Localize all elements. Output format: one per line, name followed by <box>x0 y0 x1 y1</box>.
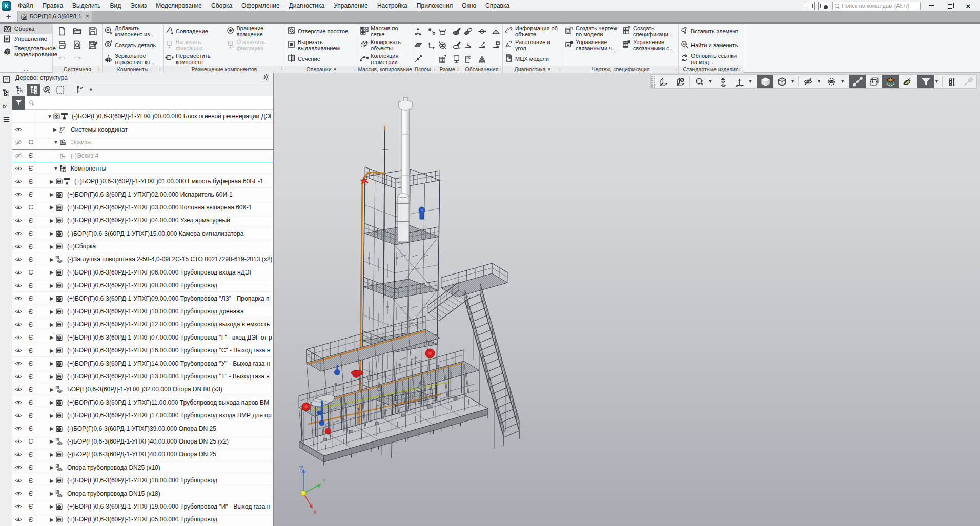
expand-arrow-icon[interactable]: ▶ <box>50 253 54 265</box>
minimize-button[interactable] <box>924 1 939 11</box>
tree-row[interactable]: Є▶(+)БОР(Г)0,6-3(60РД-1-УПХГ)13.00.000 Т… <box>12 370 273 383</box>
visibility-eye-icon[interactable] <box>13 150 24 161</box>
wireframe-view-button[interactable] <box>773 75 790 88</box>
tree-row[interactable]: Є▶(+)БОР(Г)0,6-3(60РД-1-УПХГ)03.00.000 К… <box>12 201 273 214</box>
menu-14[interactable]: Справка <box>481 0 514 11</box>
visibility-eye-icon[interactable] <box>13 474 24 487</box>
visibility-eye-icon[interactable] <box>13 370 24 383</box>
ribbon-button[interactable]: Зеркальное отражение ко... <box>103 52 163 66</box>
mark-e-button[interactable]: E <box>463 38 473 52</box>
expand-arrow-icon[interactable]: ▶ <box>50 448 54 460</box>
gear-icon[interactable] <box>262 73 270 82</box>
ribbon-button[interactable]: Управление связанными с... <box>621 38 678 52</box>
mark-angle-button[interactable] <box>477 38 487 52</box>
menu-9[interactable]: Диагностика <box>284 0 330 11</box>
ribbon-button[interactable]: ?Расстояние и угол <box>503 38 563 52</box>
expand-arrow-icon[interactable]: ▶ <box>50 422 54 434</box>
dropdown-arrow-icon[interactable]: ▼ <box>707 79 714 84</box>
triad-view-button[interactable] <box>731 75 747 88</box>
visibility-eye-icon[interactable] <box>13 448 24 460</box>
expand-arrow-icon[interactable]: ▶ <box>50 396 54 409</box>
sketch-plane-button[interactable] <box>656 75 672 88</box>
new-tab-button[interactable]: + <box>0 11 17 22</box>
point-pair-button[interactable] <box>427 25 437 38</box>
dropdown-arrow-icon[interactable]: ▼ <box>934 79 941 84</box>
visibility-eye-icon[interactable] <box>13 461 24 474</box>
expand-arrow-icon[interactable]: ▶ <box>50 279 54 291</box>
tree-ordered-button[interactable]: 11112 <box>13 84 27 96</box>
ribbon-button[interactable]: Отключить фиксацию <box>224 38 285 52</box>
menu-11[interactable]: Настройка <box>373 0 412 11</box>
no-view-button[interactable] <box>438 38 448 52</box>
dropdown-arrow-icon[interactable]: ▼ <box>790 79 797 84</box>
filter-funnel-button[interactable] <box>12 96 25 110</box>
ribbon-button[interactable]: Вырезать выдавливанием <box>285 38 358 52</box>
expand-arrow-icon[interactable]: ▶ <box>50 318 54 330</box>
menu-12[interactable]: Приложения <box>412 0 457 11</box>
dimension-rect-button[interactable] <box>438 25 448 38</box>
ribbon-button[interactable]: Вставить элемент <box>679 24 743 38</box>
tree-row[interactable]: Є▶(+)БОР(Г)0,6-3(60РД-1-УПХГ)08.00.000 Т… <box>12 279 273 292</box>
tree-row[interactable]: Є▶(+)БОР(Г)0,6-3(60РД-1-УПХГ)11.00.000 Т… <box>12 396 273 409</box>
local-cs-button[interactable] <box>427 38 437 52</box>
tree-row[interactable]: Є▶(+)БОР(Г)0,6-3(60РД-1-УПХГ)10.00.000 Т… <box>12 305 273 318</box>
tree-filter-list-button[interactable] <box>73 84 87 96</box>
sketch-plane-object-button[interactable]: o <box>672 75 688 88</box>
visibility-eye-icon[interactable] <box>13 214 24 226</box>
folder-open-button[interactable] <box>70 24 85 38</box>
expand-arrow-icon[interactable]: ▼ <box>47 110 52 122</box>
expand-arrow-icon[interactable]: ▶ <box>50 188 54 200</box>
visibility-eye-icon[interactable] <box>13 487 24 499</box>
kompas-logo-icon[interactable] <box>2 1 11 11</box>
tree-row[interactable]: Є▶(+)БОР(Г)0,6-3(60РД-1-УПХГ)09.00.000 Т… <box>12 292 273 305</box>
expand-arrow-icon[interactable]: ▶ <box>50 305 54 318</box>
visibility-eye-icon[interactable] <box>13 201 24 214</box>
expand-arrow-icon[interactable]: ▼ <box>53 162 58 175</box>
ribbon-button[interactable]: Копировать объекты <box>358 38 412 52</box>
expand-arrow-icon[interactable]: ▶ <box>50 175 54 187</box>
window-settings-icon[interactable] <box>818 2 829 10</box>
undo-button[interactable] <box>54 52 70 66</box>
tree-row[interactable]: Є▶2(-)БОР(Г)0,6-3(60РД-1-УПХГ)40.00.000 … <box>12 435 273 448</box>
dropdown-arrow-icon[interactable]: ▼ <box>816 79 823 84</box>
tree-row[interactable]: Є▶2Опора трубопровода DN25 (х10) <box>12 461 273 474</box>
menu-burger-icon[interactable] <box>0 113 12 126</box>
menu-2[interactable]: Правка <box>38 0 68 11</box>
window-layout-icon[interactable] <box>804 2 815 10</box>
close-button[interactable]: × <box>961 1 976 11</box>
ribbon-button[interactable]: Переместить компонент <box>164 52 224 66</box>
ribbon-button[interactable]: Совпадение <box>164 24 224 38</box>
restore-button[interactable] <box>942 1 957 11</box>
menu-5[interactable]: Эскиз <box>126 0 151 11</box>
tree-row[interactable]: Є▼Компоненты <box>12 162 273 175</box>
orient-view-button[interactable] <box>714 75 731 88</box>
ribbon-button[interactable]: ?Информация об объекте <box>503 24 563 38</box>
tree-row[interactable]: Є▶(+)БОР(Г)0,6-3(60РД-1-УПХГ)05.00.000 Т… <box>12 513 273 526</box>
visibility-eye-icon[interactable] <box>13 396 24 409</box>
visibility-eye-icon[interactable] <box>13 500 24 513</box>
menu-7[interactable]: Сборка <box>207 0 237 11</box>
expand-arrow-icon[interactable]: ▶ <box>50 500 54 513</box>
ribbon-button[interactable]: Создать деталь <box>103 38 163 52</box>
document-tab[interactable]: БОР(Г)0,6-3(60РД-1-... × <box>18 11 92 22</box>
ribbon-button[interactable]: Создать спецификаци... <box>621 24 678 38</box>
parameters-panel-icon[interactable] <box>0 73 12 86</box>
menu-8[interactable]: Оформление <box>237 0 284 11</box>
visibility-eye-icon[interactable] <box>13 266 24 279</box>
visibility-eye-icon[interactable] <box>13 344 24 356</box>
expand-arrow-icon[interactable]: ▶ <box>50 266 54 279</box>
ghost-view-button[interactable] <box>823 75 840 88</box>
expand-arrow-icon[interactable]: ▶ <box>50 331 54 344</box>
tree-row[interactable]: Є▶(+)БОР(Г)0,6-3(60РД-1-УПХГ)19.00.000 Т… <box>12 500 273 513</box>
expand-arrow-icon[interactable]: ▶ <box>50 214 54 226</box>
mark-base-button[interactable] <box>491 38 501 52</box>
tree-row[interactable]: Є▶(+)БОР(Г)0,6-3(60РД-1-УПХГ)04.00.000 У… <box>12 214 273 227</box>
expand-arrow-icon[interactable]: ▶ <box>50 370 54 383</box>
visibility-eye-icon[interactable] <box>13 240 24 253</box>
visibility-eye-icon[interactable] <box>13 409 24 422</box>
dropdown-arrow-icon[interactable]: ▼ <box>89 87 93 92</box>
section-surface-button[interactable] <box>899 75 915 88</box>
mode-tab-1[interactable]: Сборка <box>0 24 52 34</box>
tab-close-icon[interactable]: × <box>86 13 89 20</box>
toolbar-drag-handle[interactable] <box>651 75 656 88</box>
